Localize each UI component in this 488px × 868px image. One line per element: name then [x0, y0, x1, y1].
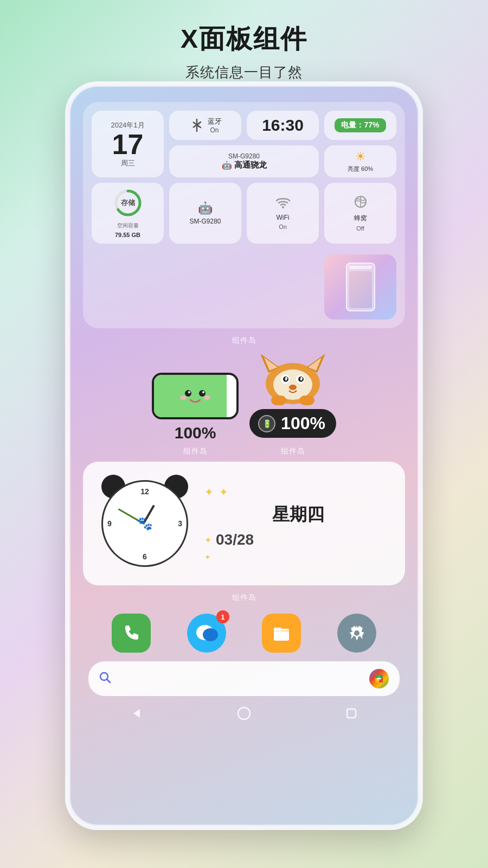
search-bar[interactable] — [88, 661, 400, 696]
corgi-battery-widget: ★ ★ 🔋 100% — [249, 351, 336, 456]
battery-cell: 电量：77% — [324, 111, 396, 140]
nav-home-button[interactable] — [233, 703, 255, 724]
clock-num-9: 9 — [107, 519, 112, 528]
svg-point-3 — [282, 206, 284, 208]
svg-rect-28 — [299, 395, 314, 405]
device-cell: SM-G9280 🤖 高通骁龙 — [169, 145, 319, 177]
svg-marker-39 — [133, 709, 140, 718]
page-background: X面板组件 系统信息一目了然 2024年1月 17 周三 — [0, 0, 488, 868]
date-day: 17 — [112, 130, 144, 158]
corgi-emoji: ★ ★ — [255, 351, 331, 418]
nav-bar — [83, 696, 405, 727]
phone-app-icon[interactable] — [112, 614, 151, 653]
phone-frame: 2024年1月 17 周三 蓝牙 On — [65, 81, 423, 830]
svg-point-11 — [204, 395, 210, 400]
battery-bar: 电量：77% — [335, 118, 386, 132]
device-model: SM-G9280 — [228, 152, 260, 160]
sm-model-label: SM-G9280 — [189, 218, 221, 225]
phone-app-icon-wrap[interactable] — [112, 614, 151, 653]
corgi-battery-icon: 🔋 — [258, 415, 275, 432]
clock-num-3: 3 — [178, 519, 182, 528]
nav-recent-button[interactable] — [341, 703, 362, 724]
corgi-container: ★ ★ 🔋 100% — [249, 351, 336, 438]
storage-free-label: 空闲容量 — [117, 222, 139, 229]
messages-app-icon-wrap[interactable]: 1 — [187, 614, 226, 653]
info-grid: 2024年1月 17 周三 蓝牙 On — [92, 111, 396, 177]
clock-weekday: 星期四 — [204, 503, 392, 527]
sm-model-cell: 🤖 SM-G9280 — [169, 183, 241, 244]
brightness-icon: ☀ — [355, 150, 366, 164]
svg-point-8 — [188, 391, 190, 393]
device-chip: 🤖 高通骁龙 — [222, 160, 267, 170]
search-input-area[interactable] — [118, 673, 363, 684]
svg-line-38 — [107, 679, 110, 682]
clock-widget: 12 3 6 9 🐾 ✦ ✦ — [83, 462, 405, 585]
time-cell: 16:30 — [247, 111, 319, 140]
nav-back-button[interactable] — [126, 703, 147, 724]
storage-ring: 存储 — [113, 188, 143, 218]
storage-cell: 存储 空闲容量 79.55 GB — [92, 183, 164, 244]
cellular-cell[interactable]: 蜂窝 Off — [324, 183, 396, 244]
battery-label: 电量：77% — [341, 120, 379, 129]
svg-point-6 — [185, 390, 191, 397]
battery-percent-1: 100% — [175, 424, 216, 442]
sparkle-row: ✦ ✦ — [204, 486, 392, 499]
svg-point-40 — [238, 707, 250, 719]
sparkle-icon-2: ✦ — [219, 486, 228, 499]
android-icon: 🤖 — [222, 161, 232, 170]
sparkle-icon-3: ✦ — [204, 535, 211, 545]
android-small-icon: 🤖 — [198, 201, 213, 215]
bluetooth-label: 蓝牙 On — [208, 117, 222, 134]
storage-size: 79.55 GB — [115, 232, 140, 238]
date-weekday: 周三 — [121, 158, 135, 168]
widget-island-label-1: 组件岛 — [83, 336, 405, 346]
dock-area: 1 — [83, 614, 405, 727]
clock-face: 12 3 6 9 🐾 — [101, 480, 188, 567]
clock-num-6: 6 — [143, 552, 147, 561]
wifi-cell[interactable]: WiFi On — [247, 183, 319, 244]
cellular-icon — [354, 195, 367, 212]
page-title: X面板组件 — [0, 0, 488, 56]
widget-island-label-2: 组件岛 — [183, 446, 208, 456]
panda-clock: 12 3 6 9 🐾 — [96, 475, 194, 572]
files-app-icon[interactable] — [262, 614, 301, 653]
svg-point-30 — [203, 628, 218, 641]
svg-point-26 — [289, 385, 297, 390]
clock-date-section: ✦ ✦ 星期四 ✦ 03/28 ✦ — [204, 486, 392, 561]
sparkle-row-2: ✦ — [204, 553, 392, 561]
cute-battery-face — [176, 382, 214, 410]
files-app-icon-wrap[interactable] — [262, 614, 301, 653]
widget-island-label-3: 组件岛 — [281, 446, 305, 456]
bottom-cells: 存储 空闲容量 79.55 GB 🤖 SM-G9280 — [92, 183, 396, 320]
paw-center: 🐾 — [137, 516, 153, 531]
clock-date-display: 03/28 — [216, 531, 254, 548]
page-subtitle: 系统信息一目了然 — [0, 63, 488, 82]
date-cell: 2024年1月 17 周三 — [92, 111, 164, 177]
battery-widgets-row: 100% 组件岛 — [83, 351, 405, 456]
bluetooth-cell[interactable]: 蓝牙 On — [169, 111, 241, 140]
corgi-percent: 100% — [281, 413, 325, 433]
wifi-status: On — [279, 224, 287, 230]
sparkle-icon-4: ✦ — [204, 553, 211, 561]
cute-battery-widget: 100% 组件岛 — [152, 373, 239, 456]
dock-icons: 1 — [83, 614, 405, 653]
corgi-battery-bar: 🔋 100% — [249, 409, 336, 438]
svg-rect-41 — [347, 709, 356, 718]
svg-point-10 — [180, 395, 187, 400]
clock-num-12: 12 — [140, 487, 149, 496]
search-logo — [369, 669, 389, 688]
brightness-cell: ☀ 亮度 60% — [324, 145, 396, 177]
settings-app-icon-wrap[interactable] — [337, 614, 376, 653]
search-icon — [99, 672, 111, 686]
messages-badge: 1 — [216, 610, 229, 623]
svg-rect-27 — [271, 395, 286, 405]
wifi-label: WiFi — [277, 214, 290, 221]
svg-rect-32 — [274, 628, 281, 631]
sparkle-icon-1: ✦ — [204, 486, 214, 499]
cellular-label: 蜂窝 — [354, 214, 367, 223]
time-display: 16:30 — [262, 116, 304, 135]
wifi-icon — [275, 196, 291, 212]
settings-app-icon[interactable] — [337, 614, 376, 653]
svg-point-7 — [199, 390, 206, 397]
bluetooth-icon — [189, 118, 204, 133]
